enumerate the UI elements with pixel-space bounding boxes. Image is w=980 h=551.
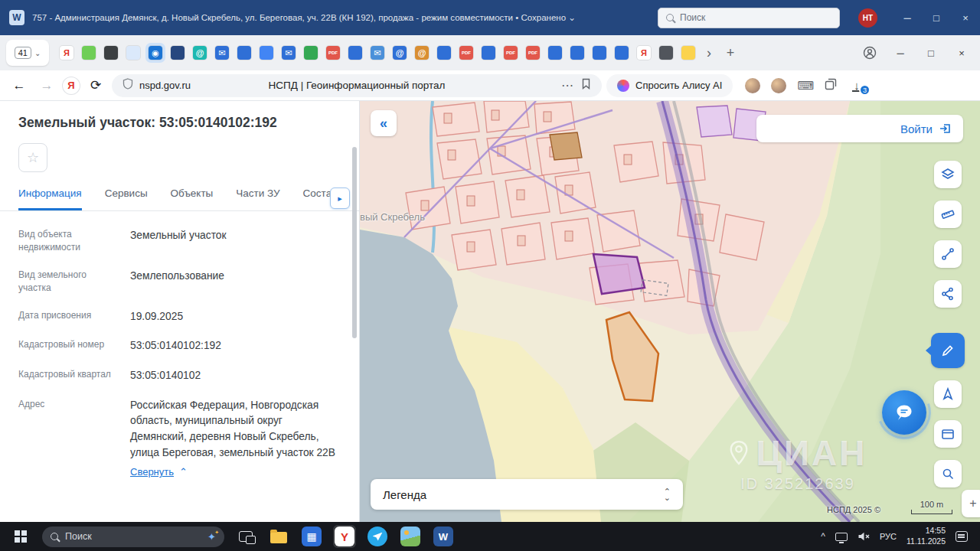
dark-site-tab-icon[interactable] [101,43,121,63]
mail-tab-icon[interactable]: ✉ [212,43,232,63]
ask-alice-button[interactable]: Спросить Алису AI [606,74,733,97]
security-shield-icon[interactable] [122,78,133,93]
ruler-button[interactable] [934,201,962,228]
site-tab-icon[interactable] [612,43,632,63]
minimize-button[interactable]: ─ [885,35,916,70]
light-site-tab-icon[interactable] [123,43,143,63]
yandex-tab-icon[interactable]: Я [634,43,654,63]
yandex-tab-icon[interactable]: Я [57,43,77,63]
panel-view-button[interactable] [934,420,962,448]
share-button[interactable] [934,280,962,308]
favorite-button[interactable]: ☆ [18,143,47,172]
ruler-icon [940,207,956,222]
site-tab-icon[interactable] [345,43,365,63]
tab-overflow-button[interactable]: › [698,45,720,61]
taskbar-search[interactable]: Поиск ✦ [42,527,224,547]
extension-icon[interactable] [771,78,786,93]
close-button[interactable]: × [951,0,980,35]
collapse-address-link[interactable]: Свернуть ⌃ [130,465,188,480]
site-tab-icon[interactable] [479,43,498,63]
mail-teal-tab-icon[interactable]: @ [190,43,210,63]
site-tab-icon[interactable] [545,43,565,63]
photo-tab-icon[interactable] [678,43,698,63]
yandex-home-icon[interactable]: Я [63,77,80,94]
photos-button[interactable] [399,525,422,548]
tab-servisy[interactable]: Сервисы [105,187,148,210]
minimize-button[interactable]: ─ [893,0,922,35]
pdf-tab-icon[interactable]: PDF [501,43,521,63]
yandex-browser-button[interactable]: Y [333,525,356,548]
draw-button[interactable] [931,333,965,368]
field-row: Кадастровый номер 53:05:0140102:192 [18,338,341,354]
site-tab-icon[interactable] [234,43,254,63]
tab-chasti-zu[interactable]: Части ЗУ [236,187,279,210]
account-avatar[interactable]: НТ [858,8,877,28]
maximize-button[interactable]: □ [922,0,951,35]
system-tray: ^ РУС 14:55 11.11.2025 [821,526,971,546]
legend-expand-icon[interactable]: ⌃ ⌄ [664,488,671,500]
bookmark-icon[interactable] [581,78,591,93]
panel-scrollbar[interactable] [352,147,357,338]
locate-button[interactable] [934,380,962,408]
mail-orange-tab-icon[interactable]: @ [412,43,432,63]
tabs-scroll-right-button[interactable]: ▸ [330,187,350,209]
collapse-panel-button[interactable]: « [371,110,397,136]
nspd-tab-icon[interactable]: ◉ [145,43,165,63]
login-bar[interactable]: Войти [756,115,963,142]
task-view-button[interactable] [234,525,257,548]
file-explorer-button[interactable] [267,525,290,548]
refresh-button[interactable]: ⟳ [84,77,107,93]
pdf-tab-icon[interactable]: PDF [523,43,543,63]
layers-button[interactable] [934,161,962,188]
app-button[interactable]: ▦ [300,525,323,548]
address-bar[interactable]: nspd.gov.ru НСПД | Геоинформационный пор… [112,74,602,97]
mail-tab-icon[interactable]: ✉ [279,43,299,63]
profile-icon[interactable] [854,35,885,70]
chat-button[interactable] [882,390,926,435]
downloads-button[interactable]: ↓ 3 [848,79,866,92]
site-tab-icon[interactable] [434,43,454,63]
language-indicator[interactable]: РУС [880,532,897,541]
gov-tab-icon[interactable] [168,43,188,63]
site-tab-icon[interactable] [567,43,587,63]
star-icon: ☆ [27,149,39,166]
word-search-box[interactable]: Поиск [658,8,840,28]
new-tab-button[interactable]: + [720,45,741,61]
gov-emblem-tab-icon[interactable] [656,43,676,63]
maximize-button[interactable]: □ [916,35,946,70]
site-tab-icon[interactable] [256,43,276,63]
pdf-tab-icon[interactable]: PDF [323,43,343,63]
word-window-controls: ─ □ × [893,0,980,35]
zoom-button[interactable]: + [962,490,980,517]
notification-center-button[interactable] [956,531,968,542]
mail-at-tab-icon[interactable]: @ [390,43,410,63]
map-canvas[interactable] [360,101,980,522]
more-actions-icon[interactable]: ⋯ [561,78,573,93]
start-button[interactable] [9,525,32,548]
keyboard-icon[interactable]: ⌨ [797,79,814,93]
site-tab-icon[interactable] [590,43,609,63]
maps-tab-icon[interactable] [79,43,99,63]
tab-counter-button[interactable]: 41 ⌄ [6,40,49,66]
tray-expand-button[interactable]: ^ [821,531,825,542]
sheets-tab-icon[interactable] [301,43,321,63]
close-button[interactable]: × [946,35,977,70]
extension-icon[interactable] [745,78,760,93]
object-search-button[interactable] [934,460,962,487]
display-icon[interactable] [835,533,848,541]
volume-muted-icon[interactable] [858,531,870,542]
tabs-panel-icon[interactable] [825,78,837,93]
clock[interactable]: 14:55 11.11.2025 [906,526,946,546]
legend-bar[interactable]: Легенда ⌃ ⌄ [371,479,683,510]
route-button[interactable] [934,240,962,268]
word-button[interactable]: W [432,525,455,548]
pdf-tab-icon[interactable]: PDF [456,43,476,63]
telegram-button[interactable] [366,525,389,548]
forward-button[interactable]: → [35,78,58,93]
back-button[interactable]: ← [8,78,31,93]
mail-tab-icon[interactable]: ✉ [368,43,387,63]
tab-informacija[interactable]: Информация [18,187,82,210]
tab-obekty[interactable]: Объекты [171,187,214,210]
panel-tabs: Информация Сервисы Объекты Части ЗУ Сост… [0,187,359,211]
tray-time: 14:55 [926,526,946,535]
